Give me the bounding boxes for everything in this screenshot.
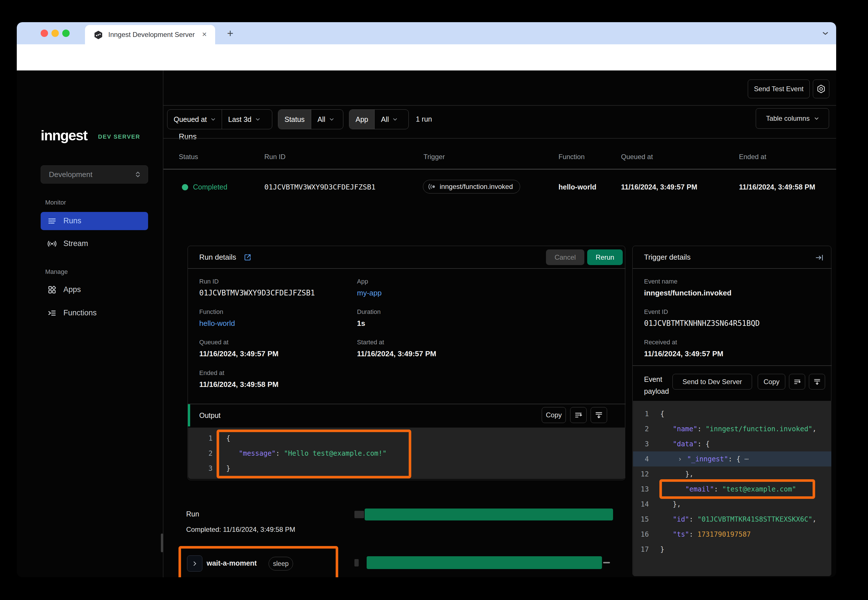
trigger-details-title: Trigger details [644,253,690,262]
new-tab-button[interactable]: + [227,30,233,37]
settings-button[interactable] [813,80,829,98]
sidebar-section-monitor: Monitor [45,199,66,206]
stream-icon [47,239,56,248]
browser-toolbar: ← → ↻ localhost:8288/runs ☆ ⋮ [17,44,836,70]
sidebar-item-label: Runs [64,217,81,225]
page-title: Runs [179,132,197,141]
code-token: "data" [673,440,698,448]
field-value: 01JCVBTMV3WXY9D3CFDEJFZSB1 [199,289,315,297]
payload-scroll-to-bottom-button[interactable] [809,374,825,389]
time-field-dropdown[interactable]: Queued at [167,110,222,129]
run-bar-start-mark [354,511,364,518]
event-payload-label: Event payload [644,373,675,397]
code-token: { [736,455,741,463]
app-link[interactable]: my-app [357,289,382,297]
app-filter-label: App [355,115,368,124]
field-label: Started at [357,339,384,346]
run-count: 1 run [416,115,432,123]
code-token: ⋯ [744,455,748,463]
rerun-button[interactable]: Rerun [587,249,623,265]
row-run-id: 01JCVBTMV3WXY9D3CFDEJFZSB1 [264,183,375,191]
status-dot [182,184,188,190]
step-timeline-bar[interactable] [367,556,602,569]
code-line[interactable]: 4›"_inngest": {⋯ [633,452,832,467]
select-chevrons-icon [134,171,141,178]
tab-close-icon[interactable]: × [202,30,206,39]
run-timeline-bar[interactable] [365,509,613,520]
payload-copy-button[interactable]: Copy [758,374,785,389]
tab-strip: Inngest Development Server × + [17,22,836,44]
column-header-trigger[interactable]: Trigger [423,153,445,161]
cancel-label: Cancel [554,253,576,261]
dev-server-badge: DEV SERVER [98,133,140,140]
send-test-event-button[interactable]: Send Test Event [748,80,810,98]
status-filter[interactable]: Status All [278,109,343,129]
time-filter[interactable]: Queued at Last 3d [167,109,272,129]
scroll-to-bottom-button[interactable] [590,407,607,423]
code-line: 15"id": "01JCVBTMTKR41S8STTKEXSKX6C", [633,512,832,527]
sidebar-scrollbar-thumb[interactable] [161,533,163,552]
collapse-panel-icon[interactable] [815,253,824,262]
code-line: 3"data": { [633,436,832,452]
column-header-run-id[interactable]: Run ID [264,153,286,161]
code-token: "id" [673,515,689,523]
row-ended-at: 11/16/2024, 3:49:58 PM [739,183,815,191]
function-link[interactable]: hello-world [199,319,235,328]
column-header-status[interactable]: Status [179,153,198,161]
scroll-to-bottom-icon [813,378,821,386]
code-token: "_inngest" [687,455,728,463]
functions-icon [47,309,56,318]
window-close-button[interactable] [41,30,48,37]
header-divider [164,105,836,106]
app-filter-dropdown[interactable]: All [375,110,404,129]
environment-select[interactable]: Development [41,165,148,183]
trigger-pill[interactable]: inngest/function.invoked [423,180,520,194]
sidebar-item-stream[interactable]: Stream [41,235,148,253]
window-minimize-button[interactable] [52,30,59,37]
sidebar-item-label: Apps [64,285,81,294]
rerun-label: Rerun [596,253,614,261]
line-content: }, [653,470,693,478]
trigger-details-card: Trigger details Event name inngest/funct… [632,246,832,576]
window-zoom-button[interactable] [62,30,70,37]
sidebar-item-runs[interactable]: Runs [41,212,148,230]
sidebar-item-functions[interactable]: Functions [41,304,148,322]
status-filter-dropdown[interactable]: All [311,110,340,129]
table-columns-button[interactable]: Table columns [756,108,829,129]
line-number: 13 [633,485,653,493]
payload-wrap-text-button[interactable] [789,374,805,389]
wrap-text-button[interactable] [570,407,587,423]
line-content: "data": { [653,440,710,448]
line-content: "ts": 1731790197587 [653,530,751,538]
code-line: 17} [633,542,832,557]
column-header-ended-at[interactable]: Ended at [739,153,766,161]
open-in-new-icon[interactable] [244,253,252,261]
table-row[interactable]: Completed 01JCVBTMV3WXY9D3CFDEJFZSB1 inn… [164,170,836,204]
code-token: { [660,410,664,418]
column-header-function[interactable]: Function [558,153,585,161]
browser-window: Inngest Development Server × + ← → ↻ loc… [17,22,836,577]
column-header-queued-at[interactable]: Queued at [621,153,653,161]
line-number: 14 [633,500,653,508]
code-token: : [689,530,698,538]
field-value: 11/16/2024, 3:49:57 PM [199,349,279,358]
payload-top-divider [633,365,832,366]
sidebar-item-apps[interactable]: Apps [41,281,148,299]
send-to-dev-server-button[interactable]: Send to Dev Server [672,374,752,389]
output-copy-button[interactable]: Copy [542,407,566,423]
code-line: 1{ [633,406,832,421]
browser-tab[interactable]: Inngest Development Server × [85,25,215,44]
line-number: 2 [633,425,653,433]
app-filter[interactable]: App All [349,109,409,129]
cancel-button[interactable]: Cancel [546,249,584,265]
code-token: "01JCVBTMTKR41S8STTKEXSKX6C" [698,515,813,523]
fold-chevron-icon[interactable]: › [678,455,682,463]
sidebar-section-manage: Manage [45,268,68,276]
line-number: 3 [188,465,219,473]
output-accent-bar [188,404,190,426]
scroll-to-bottom-icon [595,411,603,419]
table-header-divider [164,169,836,170]
time-range-dropdown[interactable]: Last 3d [222,110,266,129]
desktop: Inngest Development Server × + ← → ↻ loc… [0,0,868,600]
tab-search-chevron-icon[interactable] [821,29,830,38]
